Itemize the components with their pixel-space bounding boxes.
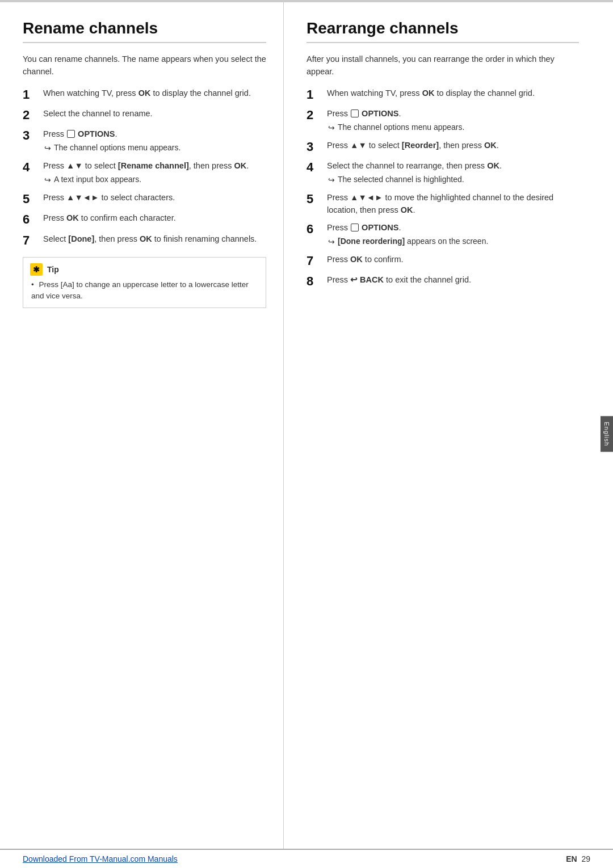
rearrange-step-content-6: Press OPTIONS. ↪ [Done reordering] appea… — [327, 222, 488, 248]
rearrange-step-number-5: 5 — [306, 192, 324, 207]
options-icon-right-2 — [351, 109, 359, 117]
rename-step-3: 3 Press OPTIONS. ↪ The channel options m… — [23, 128, 266, 154]
footer: Downloaded From TV-Manual.com Manuals EN… — [0, 849, 613, 868]
rearrange-step-6: 6 Press OPTIONS. ↪ [Done reordering] app… — [306, 222, 579, 248]
rearrange-step-content-3: Press ▲▼ to select [Reorder], then press… — [327, 140, 499, 152]
tip-content: • Press [Aa] to change an uppercase lett… — [30, 279, 259, 302]
rearrange-step-number-3: 3 — [306, 140, 324, 154]
step-content-3: Press OPTIONS. ↪ The channel options men… — [43, 128, 180, 154]
rename-intro: You can rename channels. The name appear… — [23, 53, 266, 78]
rearrange-step-7: 7 Press OK to confirm. — [306, 254, 579, 268]
rearrange-step-content-7: Press OK to confirm. — [327, 254, 404, 266]
rearrange-step-content-8: Press ↩ BACK to exit the channel grid. — [327, 274, 471, 286]
step-number-6: 6 — [23, 212, 40, 227]
step-number-2: 2 — [23, 108, 40, 123]
rename-steps-list: 1 When watching TV, press OK to display … — [23, 87, 266, 248]
rearrange-step-4: 4 Select the channel to rearrange, then … — [306, 160, 579, 186]
rename-step-5: 5 Press ▲▼◄► to select characters. — [23, 192, 266, 207]
rearrange-step-8: 8 Press ↩ BACK to exit the channel grid. — [306, 274, 579, 289]
step-content-4: Press ▲▼ to select [Rename channel], the… — [43, 160, 249, 186]
options-icon-right-6 — [351, 224, 359, 231]
rename-step-4: 4 Press ▲▼ to select [Rename channel], t… — [23, 160, 266, 186]
step-content-2: Select the channel to rename. — [43, 108, 153, 120]
step-number-1: 1 — [23, 87, 40, 102]
step-number-4: 4 — [23, 160, 40, 175]
step-number-3: 3 — [23, 128, 40, 143]
rearrange-step-number-2: 2 — [306, 108, 324, 123]
footer-page: EN 29 — [566, 854, 590, 863]
left-column: Rename channels You can rename channels.… — [0, 2, 284, 849]
tip-icon: ✱ — [30, 263, 43, 276]
rearrange-step-content-5: Press ▲▼◄► to move the highlighted chann… — [327, 192, 579, 217]
rearrange-step4-note: ↪ The selected channel is highlighted. — [328, 174, 502, 186]
tip-label: Tip — [47, 265, 59, 274]
step-content-1: When watching TV, press OK to display th… — [43, 87, 251, 100]
rearrange-step-number-7: 7 — [306, 254, 324, 268]
footer-en-label: EN — [566, 854, 577, 863]
step-number-7: 7 — [23, 233, 40, 248]
rearrange-step-1: 1 When watching TV, press OK to display … — [306, 87, 579, 102]
rearrange-step-2: 2 Press OPTIONS. ↪ The channel options m… — [306, 108, 579, 134]
right-column: Rearrange channels After you install cha… — [284, 2, 613, 849]
options-icon-left-3 — [67, 130, 75, 138]
rearrange-step-content-4: Select the channel to rearrange, then pr… — [327, 160, 502, 186]
rename-section-title: Rename channels — [23, 19, 266, 43]
rearrange-step-number-8: 8 — [306, 274, 324, 289]
rename-step3-note: ↪ The channel options menu appears. — [44, 142, 180, 154]
rearrange-step-number-4: 4 — [306, 160, 324, 175]
tip-header: ✱ Tip — [30, 263, 259, 276]
tip-box: ✱ Tip • Press [Aa] to change an uppercas… — [23, 257, 266, 309]
page-container: Rename channels You can rename channels.… — [0, 0, 613, 868]
rename-step-1: 1 When watching TV, press OK to display … — [23, 87, 266, 102]
rename-step4-note: ↪ A text input box appears. — [44, 174, 249, 186]
rearrange-step2-note: ↪ The channel options menu appears. — [328, 122, 464, 134]
side-tab: English — [601, 416, 613, 452]
rearrange-step-number-1: 1 — [306, 87, 324, 102]
rename-step-6: 6 Press OK to confirm each character. — [23, 212, 266, 227]
step-content-5: Press ▲▼◄► to select characters. — [43, 192, 175, 204]
step-number-5: 5 — [23, 192, 40, 207]
rearrange-step-content-1: When watching TV, press OK to display th… — [327, 87, 535, 100]
footer-link[interactable]: Downloaded From TV-Manual.com Manuals — [23, 854, 178, 863]
footer-page-number: 29 — [581, 854, 590, 863]
rename-step-2: 2 Select the channel to rename. — [23, 108, 266, 123]
content-area: Rename channels You can rename channels.… — [0, 2, 613, 849]
tip-bullet: • — [31, 280, 34, 289]
rearrange-intro: After you install channels, you can rear… — [306, 53, 579, 78]
rearrange-step-3: 3 Press ▲▼ to select [Reorder], then pre… — [306, 140, 579, 154]
step-content-7: Select [Done], then press OK to finish r… — [43, 233, 257, 246]
rearrange-section-title: Rearrange channels — [306, 19, 579, 43]
rearrange-step6-note: ↪ [Done reordering] appears on the scree… — [328, 236, 488, 248]
rearrange-step-number-6: 6 — [306, 222, 324, 237]
rename-step-7: 7 Select [Done], then press OK to finish… — [23, 233, 266, 248]
step-content-6: Press OK to confirm each character. — [43, 212, 176, 225]
rearrange-step-5: 5 Press ▲▼◄► to move the highlighted cha… — [306, 192, 579, 217]
rearrange-steps-list: 1 When watching TV, press OK to display … — [306, 87, 579, 289]
rearrange-step-content-2: Press OPTIONS. ↪ The channel options men… — [327, 108, 464, 134]
